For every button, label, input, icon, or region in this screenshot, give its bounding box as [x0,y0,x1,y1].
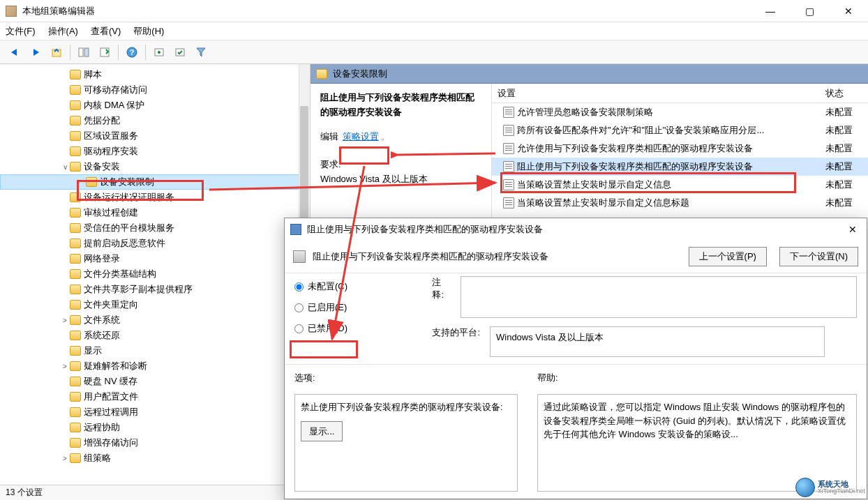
tree-item[interactable]: 用户配置文件 [0,389,310,404]
radio-not-configured[interactable] [294,282,304,291]
options-text: 禁止使用下列设备安装程序类的驱动程序安装设备: [301,400,511,414]
close-button[interactable]: ✕ [835,6,862,17]
tree-item[interactable]: >文件系统 [0,312,310,328]
folder-icon [70,346,81,356]
settings-row[interactable]: 阻止使用与下列设备安装程序类相匹配的驱动程序安装设备未配置 [492,158,868,176]
tree-item[interactable]: 远程协助 [0,420,310,435]
tree-item-label: 硬盘 NV 缓存 [84,375,137,388]
back-button[interactable] [6,43,24,61]
radio-not-configured-label: 未配置(C) [308,280,347,293]
tree-item-label: 凭据分配 [84,114,120,127]
folder-icon [70,331,81,340]
maximize-button[interactable]: ▢ [795,6,823,17]
settings-row[interactable]: 当策略设置禁止安装时显示自定义信息标题未配置 [492,194,868,212]
radio-disabled-label: 已禁用(D) [308,322,347,335]
settings-row-state: 未配置 [820,179,868,191]
menu-help[interactable]: 帮助(H) [133,25,164,38]
dialog-icon [290,224,301,235]
policy-icon [293,250,306,263]
folder-icon [70,70,81,79]
radio-enabled-label: 已启用(E) [308,301,347,314]
folder-icon [70,254,81,264]
forward-button[interactable] [27,43,45,61]
requirement-value: Windows Vista 及以上版本 [320,172,481,187]
previous-setting-button[interactable]: 上一个设置(P) [689,247,767,266]
comment-textarea[interactable] [461,276,857,318]
column-state[interactable]: 状态 [820,87,868,100]
pane-header: 设备安装限制 [310,64,868,84]
tree-pane[interactable]: 脚本可移动存储访问内核 DMA 保护凭据分配区域设置服务驱动程序安装∨设备安装设… [0,64,310,485]
tree-item[interactable]: 网络登录 [0,251,310,266]
tree-item-label: 用户配置文件 [84,391,138,403]
tree-item[interactable]: 区域设置服务 [0,128,310,144]
minimize-button[interactable]: — [756,6,784,17]
help-button[interactable]: ? [123,43,141,61]
tree-item[interactable]: 文件分类基础结构 [0,266,310,282]
tree-item[interactable]: 脚本 [0,67,310,82]
tool-extra-2[interactable] [171,43,189,61]
tree-item[interactable]: 可移动存储访问 [0,82,310,98]
help-text: 通过此策略设置，您可以指定 Windows 阻止安装 Windows 的驱动程序… [544,402,846,439]
tree-item[interactable]: 受信任的平台模块服务 [0,220,310,236]
settings-row[interactable]: 跨所有设备匹配条件对"允许"和"阻止"设备安装策略应用分层...未配置 [492,121,868,139]
tree-item[interactable]: 系统还原 [0,328,310,343]
tree-item-label: 网络登录 [84,252,120,265]
settings-row-text: 当策略设置禁止安装时显示自定义信息标题 [517,197,689,209]
tree-item-label: 远程协助 [84,421,120,434]
tree-item[interactable]: 增强存储访问 [0,435,310,450]
settings-row[interactable]: 允许管理员忽略设备安装限制策略未配置 [492,103,868,121]
tree-item[interactable]: 审核过程创建 [0,205,310,220]
folder-icon [70,423,81,432]
show-button[interactable]: 显示... [301,421,343,442]
tree-item[interactable]: >组策略 [0,450,310,466]
tree-item-label: 文件系统 [84,314,120,326]
tool-extra-1[interactable] [150,43,168,61]
tree-item[interactable]: 设备安装限制 [0,174,310,190]
tree-item[interactable]: 内核 DMA 保护 [0,98,310,113]
tree-item[interactable]: ∨设备安装 [0,159,310,174]
up-button[interactable] [47,43,66,61]
menu-file[interactable]: 文件(F) [6,25,36,38]
app-icon [6,6,17,17]
radio-disabled[interactable] [294,324,304,333]
tree-item-label: 内核 DMA 保护 [84,99,144,112]
tree-item[interactable]: 提前启动反恶意软件 [0,236,310,251]
settings-row-state: 未配置 [820,197,868,209]
next-setting-button[interactable]: 下一个设置(N) [779,247,858,266]
dialog-close-button[interactable]: ✕ [844,224,861,235]
expander-icon[interactable]: > [60,317,70,324]
tree-item[interactable]: 远程过程调用 [0,404,310,420]
help-box: 通过此策略设置，您可以指定 Windows 阻止安装 Windows 的驱动程序… [537,394,857,492]
edit-label: 编辑 [320,131,338,142]
tree-item-label: 组策略 [84,452,111,464]
radio-enabled[interactable] [294,303,304,312]
menu-action[interactable]: 操作(A) [48,25,78,38]
tree-item[interactable]: 显示 [0,343,310,358]
settings-row-state: 未配置 [820,160,868,173]
expander-icon[interactable]: > [60,455,70,462]
watermark: 系统天地 XiTongTianDi.net [795,478,865,497]
settings-row[interactable]: 允许使用与下列设备安装程序类相匹配的驱动程序安装设备未配置 [492,139,868,158]
tree-item[interactable]: >疑难解答和诊断 [0,358,310,374]
tree-item[interactable]: 文件夹重定向 [0,297,310,312]
tree-item-label: 疑难解答和诊断 [84,360,147,372]
filter-button[interactable] [192,43,210,61]
folder-icon [70,238,81,248]
tree-item[interactable]: 驱动程序安装 [0,144,310,159]
tree-item[interactable]: 凭据分配 [0,113,310,128]
edit-policy-link[interactable]: 策略设置 [343,131,379,142]
tree-item[interactable]: 硬盘 NV 缓存 [0,374,310,389]
export-list-button[interactable] [96,43,114,61]
tree-item-label: 审核过程创建 [84,206,138,219]
folder-icon [70,192,81,202]
folder-icon [70,453,81,463]
menu-view[interactable]: 查看(V) [91,25,121,38]
expander-icon[interactable]: ∨ [60,163,70,171]
show-hide-tree-button[interactable] [75,43,93,61]
column-setting[interactable]: 设置 [492,87,820,100]
expander-icon[interactable]: > [60,363,70,370]
tree-item[interactable]: 设备运行状况证明服务 [0,190,310,205]
tree-item-label: 设备运行状况证明服务 [84,191,174,204]
settings-row[interactable]: 当策略设置禁止安装时显示自定义信息未配置 [492,176,868,194]
tree-item[interactable]: 文件共享影子副本提供程序 [0,282,310,297]
